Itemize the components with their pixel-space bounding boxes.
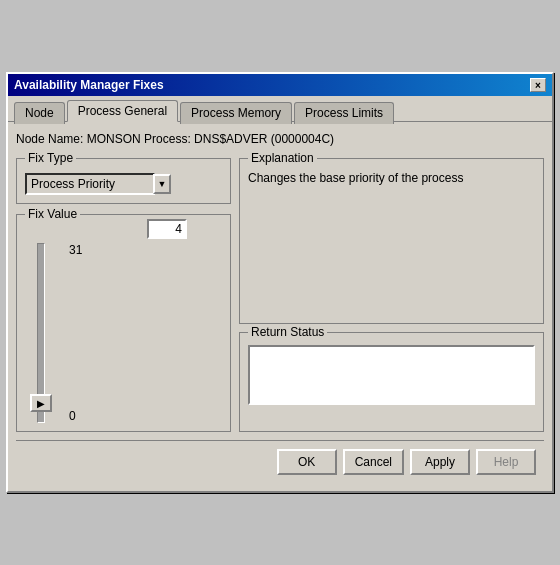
right-panel: Explanation Changes the base priority of… <box>239 158 544 432</box>
slider-track-container: ▶ <box>25 243 57 423</box>
apply-button[interactable]: Apply <box>410 449 470 475</box>
explanation-text: Changes the base priority of the process <box>248 163 535 185</box>
return-status-label: Return Status <box>248 325 327 339</box>
main-window: Availability Manager Fixes × Node Proces… <box>6 72 554 493</box>
main-panels: Fix Type Process Priority ▼ Fix Value <box>16 158 544 432</box>
fix-type-label: Fix Type <box>25 151 76 165</box>
button-bar: OK Cancel Apply Help <box>16 440 544 483</box>
slider-thumb[interactable]: ▶ <box>30 394 52 412</box>
fix-type-select[interactable]: Process Priority <box>25 173 155 195</box>
fix-type-group: Fix Type Process Priority ▼ <box>16 158 231 204</box>
slider-area: ▶ 31 0 <box>25 243 222 423</box>
explanation-label: Explanation <box>248 151 317 165</box>
dropdown-arrow-icon[interactable]: ▼ <box>153 174 171 194</box>
slider-labels: 31 0 <box>65 243 82 423</box>
slider-max-label: 31 <box>69 243 82 257</box>
content-area: Node Name: MONSON Process: DNS$ADVER (00… <box>8 121 552 491</box>
slider-thumb-icon: ▶ <box>37 398 45 409</box>
title-bar: Availability Manager Fixes × <box>8 74 552 96</box>
tab-node[interactable]: Node <box>14 102 65 124</box>
help-button[interactable]: Help <box>476 449 536 475</box>
tab-process-general[interactable]: Process General <box>67 100 178 122</box>
return-status-text <box>248 345 535 405</box>
slider-min-label: 0 <box>69 409 82 423</box>
slider-track[interactable]: ▶ <box>37 243 45 423</box>
ok-button[interactable]: OK <box>277 449 337 475</box>
close-button[interactable]: × <box>530 78 546 92</box>
fix-value-input[interactable] <box>147 219 187 239</box>
tab-process-memory[interactable]: Process Memory <box>180 102 292 124</box>
fix-value-label: Fix Value <box>25 207 80 221</box>
left-panel: Fix Type Process Priority ▼ Fix Value <box>16 158 231 432</box>
cancel-button[interactable]: Cancel <box>343 449 404 475</box>
fix-value-group: Fix Value ▶ 31 <box>16 214 231 432</box>
node-info: Node Name: MONSON Process: DNS$ADVER (00… <box>16 130 544 148</box>
return-status-group: Return Status <box>239 332 544 432</box>
fix-type-dropdown-container: Process Priority ▼ <box>25 173 222 195</box>
tab-process-limits[interactable]: Process Limits <box>294 102 394 124</box>
tab-bar: Node Process General Process Memory Proc… <box>8 96 552 122</box>
window-title: Availability Manager Fixes <box>14 78 164 92</box>
fix-value-input-row <box>25 219 187 239</box>
explanation-group: Explanation Changes the base priority of… <box>239 158 544 324</box>
